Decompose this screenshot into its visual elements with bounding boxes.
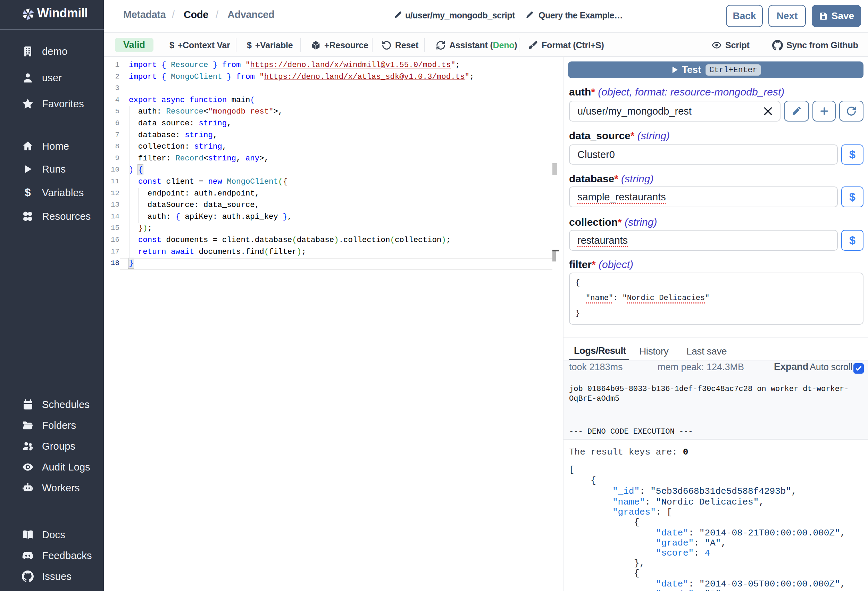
svg-text:$: $ [25, 187, 31, 199]
